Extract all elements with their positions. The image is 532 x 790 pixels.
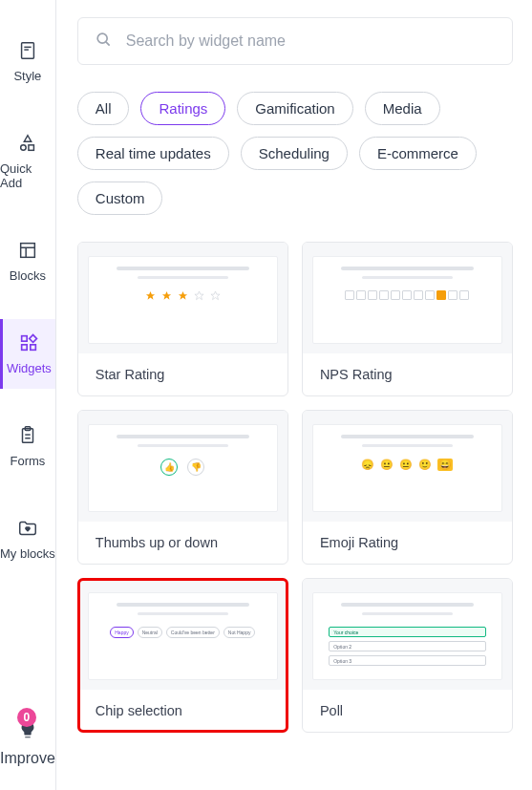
filter-chip-gamification[interactable]: Gamification xyxy=(237,92,352,125)
sidebar-item-label: Style xyxy=(13,69,41,83)
sidebar: Style Quick Add Blocks Widgets Forms xyxy=(0,0,56,790)
svg-rect-11 xyxy=(22,345,28,351)
improve-badge: 0 xyxy=(17,708,36,727)
sidebar-item-widgets[interactable]: Widgets xyxy=(0,319,55,389)
card-title: Thumbs up or down xyxy=(78,522,287,564)
emoji-icon: 😐 xyxy=(380,459,394,471)
style-icon xyxy=(17,40,38,61)
sidebar-item-forms[interactable]: Forms xyxy=(0,412,55,481)
emoji-icon: 🙂 xyxy=(418,459,432,471)
svg-marker-22 xyxy=(195,291,203,300)
sidebar-item-style[interactable]: Style xyxy=(0,27,55,96)
thumbs-up-icon: 👍 xyxy=(160,459,178,476)
star-icon xyxy=(178,290,188,301)
svg-rect-9 xyxy=(22,336,28,342)
svg-rect-12 xyxy=(31,345,36,351)
poll-options: Your choice Option 2 Option 3 xyxy=(329,627,485,666)
star-icon xyxy=(161,290,172,301)
svg-rect-5 xyxy=(29,145,33,151)
card-title: NPS Rating xyxy=(303,353,512,395)
filter-chip-scheduling[interactable]: Scheduling xyxy=(241,137,348,170)
layout-icon xyxy=(17,240,38,261)
emoji-icon: 😐 xyxy=(399,459,413,471)
star-icon xyxy=(145,290,156,301)
card-emoji-rating[interactable]: 😞 😐 😐 🙂 😄 Emoji Rating xyxy=(302,410,513,565)
svg-marker-3 xyxy=(24,136,31,141)
sidebar-item-label: Quick Add xyxy=(0,161,55,190)
filter-chip-realtime[interactable]: Real time updates xyxy=(77,137,229,170)
svg-point-17 xyxy=(97,33,107,43)
star-outline-icon xyxy=(194,290,204,301)
card-thumbs[interactable]: 👍 👎 Thumbs up or down xyxy=(77,410,288,565)
svg-marker-19 xyxy=(146,291,155,300)
widget-grid: Star Rating NPS Rating xyxy=(77,242,513,733)
svg-marker-21 xyxy=(179,291,187,300)
chip-row: Happy Neutral Could've been better Not H… xyxy=(110,627,255,638)
card-title: Chip selection xyxy=(78,690,287,732)
card-star-rating[interactable]: Star Rating xyxy=(77,242,288,396)
sidebar-item-label: Improve xyxy=(0,750,55,767)
search-box[interactable] xyxy=(77,17,513,65)
filter-chip-ratings[interactable]: Ratings xyxy=(140,92,225,125)
card-title: Star Rating xyxy=(78,353,287,395)
sidebar-item-quick-add[interactable]: Quick Add xyxy=(0,119,55,203)
star-icon-row xyxy=(145,290,221,301)
poll-option: Option 2 xyxy=(329,641,485,651)
star-outline-icon xyxy=(210,290,221,301)
filter-row: All Ratings Gamification Media Real time… xyxy=(77,92,513,215)
poll-option: Your choice xyxy=(329,627,485,637)
card-title: Emoji Rating xyxy=(303,522,512,564)
emoji-icon: 😄 xyxy=(437,459,453,471)
sidebar-item-blocks[interactable]: Blocks xyxy=(0,226,55,296)
card-preview: 😞 😐 😐 🙂 😄 xyxy=(303,411,512,522)
mini-chip: Not Happy xyxy=(223,627,256,638)
sidebar-item-label: My blocks xyxy=(0,546,55,561)
emoji-row: 😞 😐 😐 🙂 😄 xyxy=(361,459,453,471)
card-preview: Your choice Option 2 Option 3 xyxy=(303,579,512,690)
svg-marker-20 xyxy=(162,291,171,300)
svg-rect-10 xyxy=(30,335,37,343)
emoji-icon: 😞 xyxy=(361,459,374,471)
main-panel: All Ratings Gamification Media Real time… xyxy=(56,0,532,790)
svg-marker-23 xyxy=(211,291,220,300)
card-preview xyxy=(78,243,287,353)
card-poll[interactable]: Your choice Option 2 Option 3 Poll xyxy=(302,578,513,733)
filter-chip-ecommerce[interactable]: E-commerce xyxy=(359,137,477,170)
mini-chip: Could've been better xyxy=(166,627,220,638)
mini-chip: Happy xyxy=(110,627,133,638)
svg-line-18 xyxy=(106,42,110,46)
svg-rect-6 xyxy=(21,244,35,258)
filter-chip-custom[interactable]: Custom xyxy=(77,181,163,215)
card-nps-rating[interactable]: NPS Rating xyxy=(302,242,513,396)
card-preview: Happy Neutral Could've been better Not H… xyxy=(78,579,287,690)
search-input[interactable] xyxy=(126,32,497,50)
svg-rect-0 xyxy=(21,43,33,59)
sidebar-item-label: Widgets xyxy=(7,361,52,375)
card-preview xyxy=(303,243,512,353)
mini-chip: Neutral xyxy=(138,627,162,638)
folder-heart-icon xyxy=(17,518,38,539)
filter-chip-all[interactable]: All xyxy=(77,92,130,125)
nps-scale xyxy=(345,290,469,300)
filter-chip-media[interactable]: Media xyxy=(365,92,440,125)
svg-point-4 xyxy=(21,145,27,151)
poll-option: Option 3 xyxy=(329,655,485,666)
sidebar-item-my-blocks[interactable]: My blocks xyxy=(0,504,55,574)
sidebar-item-label: Blocks xyxy=(10,268,46,283)
search-icon xyxy=(94,30,113,53)
widgets-icon xyxy=(18,332,39,353)
sidebar-item-label: Forms xyxy=(10,454,45,468)
card-chip-selection[interactable]: Happy Neutral Could've been better Not H… xyxy=(77,578,288,733)
card-preview: 👍 👎 xyxy=(78,411,287,522)
shapes-icon xyxy=(17,133,38,154)
card-title: Poll xyxy=(303,690,512,732)
clipboard-icon xyxy=(17,425,38,446)
thumbs-down-icon: 👎 xyxy=(187,459,204,476)
sidebar-item-improve[interactable]: 0 Improve xyxy=(0,704,55,790)
